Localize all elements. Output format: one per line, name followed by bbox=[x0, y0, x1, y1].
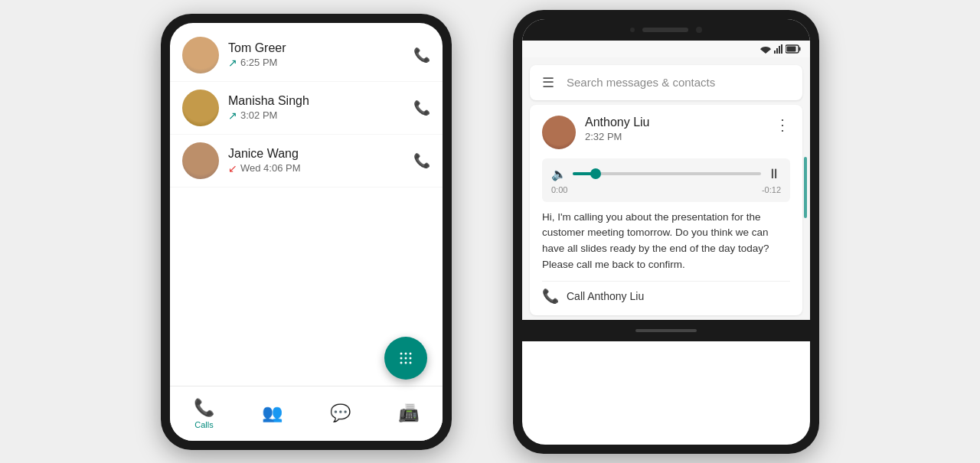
call-item-manisha[interactable]: Manisha Singh ↗ 3:02 PM 📞 bbox=[170, 82, 443, 135]
nav-calls[interactable]: 📞 Calls bbox=[170, 398, 238, 429]
contacts-icon: 👥 bbox=[262, 403, 283, 423]
main-scene: Tom Greer ↗ 6:25 PM 📞 Manisha Singh bbox=[0, 0, 980, 463]
svg-point-7 bbox=[405, 361, 407, 364]
svg-rect-10 bbox=[776, 48, 778, 54]
transcript-text: Hi, I'm calling you about the presentati… bbox=[542, 210, 790, 274]
message-card: Anthony Liu 2:32 PM ⋮ 🔈 bbox=[530, 105, 802, 316]
call-info-tom: Tom Greer ↗ 6:25 PM bbox=[228, 41, 404, 69]
call-action-label: Call Anthony Liu bbox=[567, 290, 644, 302]
avatar-tom bbox=[182, 37, 219, 73]
call-name-tom: Tom Greer bbox=[228, 41, 404, 55]
phone-1-screen: Tom Greer ↗ 6:25 PM 📞 Manisha Singh bbox=[170, 23, 443, 441]
speaker-grille bbox=[642, 28, 688, 32]
search-placeholder: Search messages & contacts bbox=[567, 76, 790, 89]
audio-progress-track[interactable] bbox=[573, 172, 761, 175]
svg-rect-11 bbox=[779, 46, 780, 54]
call-info-janice: Janice Wang ↙ Wed 4:06 PM bbox=[228, 147, 404, 174]
phone-2-screen: ☰ Search messages & contacts Anthony Liu… bbox=[522, 19, 810, 445]
phone-1: Tom Greer ↗ 6:25 PM 📞 Manisha Singh bbox=[161, 14, 452, 450]
more-options-icon[interactable]: ⋮ bbox=[775, 116, 790, 134]
avatar-anthony bbox=[542, 116, 576, 149]
audio-controls: 🔈 ⏸ bbox=[551, 166, 781, 182]
dialpad-fab[interactable] bbox=[384, 337, 427, 380]
bottom-nav: 📞 Calls 👥 💬 📠 bbox=[170, 386, 443, 441]
call-list: Tom Greer ↗ 6:25 PM 📞 Manisha Singh bbox=[170, 23, 443, 386]
msg-name-time: Anthony Liu 2:32 PM bbox=[585, 116, 775, 142]
missed-arrow-janice: ↙ bbox=[228, 162, 237, 174]
audio-player: 🔈 ⏸ 0:00 -0:12 bbox=[542, 158, 790, 202]
call-info-manisha: Manisha Singh ↗ 3:02 PM bbox=[228, 94, 404, 122]
phone-top-bar bbox=[522, 19, 810, 41]
svg-rect-12 bbox=[781, 44, 782, 54]
svg-point-3 bbox=[400, 357, 403, 359]
outgoing-arrow-tom: ↗ bbox=[228, 57, 237, 69]
signal-icon bbox=[774, 44, 783, 54]
svg-rect-14 bbox=[799, 47, 801, 51]
call-detail-janice: ↙ Wed 4:06 PM bbox=[228, 162, 404, 174]
scroll-indicator[interactable] bbox=[804, 157, 807, 218]
outgoing-arrow-manisha: ↗ bbox=[228, 109, 237, 122]
svg-point-2 bbox=[410, 352, 412, 354]
home-indicator[interactable] bbox=[635, 329, 697, 332]
call-detail-manisha: ↗ 3:02 PM bbox=[228, 109, 404, 122]
camera-main bbox=[696, 27, 702, 33]
status-icons bbox=[760, 44, 801, 54]
nav-messages[interactable]: 💬 bbox=[306, 403, 374, 423]
svg-point-5 bbox=[410, 357, 412, 359]
call-action-phone-icon: 📞 bbox=[542, 288, 559, 305]
avatar-manisha bbox=[182, 90, 219, 126]
call-time-janice: Wed 4:06 PM bbox=[240, 162, 301, 174]
call-name-manisha: Manisha Singh bbox=[228, 94, 404, 108]
phone-2-bottom-bar bbox=[522, 320, 810, 341]
svg-point-4 bbox=[405, 357, 407, 359]
call-phone-tom[interactable]: 📞 bbox=[413, 47, 430, 64]
svg-point-8 bbox=[410, 361, 412, 364]
audio-current-time: 0:00 bbox=[551, 185, 567, 194]
call-time-tom: 6:25 PM bbox=[240, 57, 277, 68]
wifi-icon bbox=[760, 44, 772, 54]
call-time-manisha: 3:02 PM bbox=[240, 109, 277, 121]
call-name-janice: Janice Wang bbox=[228, 147, 404, 161]
svg-point-0 bbox=[400, 352, 403, 354]
avatar-janice bbox=[182, 142, 219, 179]
audio-speaker-icon[interactable]: 🔈 bbox=[551, 167, 567, 181]
calls-label: Calls bbox=[194, 420, 213, 429]
sender-time: 2:32 PM bbox=[585, 131, 775, 142]
hamburger-icon[interactable]: ☰ bbox=[542, 74, 554, 91]
call-phone-janice[interactable]: 📞 bbox=[413, 152, 430, 169]
svg-rect-15 bbox=[787, 46, 796, 51]
call-phone-manisha[interactable]: 📞 bbox=[413, 99, 430, 116]
audio-total-time: -0:12 bbox=[762, 185, 781, 194]
call-item-tom[interactable]: Tom Greer ↗ 6:25 PM 📞 bbox=[170, 29, 443, 82]
nav-contacts[interactable]: 👥 bbox=[238, 403, 306, 423]
message-header: Anthony Liu 2:32 PM ⋮ bbox=[542, 116, 790, 149]
messages-icon: 💬 bbox=[330, 403, 351, 423]
phone-2: ☰ Search messages & contacts Anthony Liu… bbox=[513, 10, 819, 454]
calls-icon: 📞 bbox=[194, 398, 214, 418]
status-bar bbox=[522, 41, 810, 57]
camera-small bbox=[630, 28, 635, 32]
search-bar[interactable]: ☰ Search messages & contacts bbox=[530, 65, 802, 100]
audio-pause-button[interactable]: ⏸ bbox=[767, 166, 781, 182]
svg-point-1 bbox=[405, 352, 407, 354]
audio-times: 0:00 -0:12 bbox=[551, 185, 781, 194]
battery-icon bbox=[786, 44, 801, 54]
svg-rect-9 bbox=[774, 51, 776, 54]
call-action[interactable]: 📞 Call Anthony Liu bbox=[542, 281, 790, 305]
svg-point-6 bbox=[400, 361, 403, 364]
phone1-content: Tom Greer ↗ 6:25 PM 📞 Manisha Singh bbox=[170, 23, 443, 441]
call-item-janice[interactable]: Janice Wang ↙ Wed 4:06 PM 📞 bbox=[170, 135, 443, 187]
phone2-main-content: ☰ Search messages & contacts Anthony Liu… bbox=[522, 57, 810, 321]
nav-voicemail[interactable]: 📠 bbox=[374, 403, 443, 423]
audio-thumb[interactable] bbox=[590, 168, 601, 179]
sender-name: Anthony Liu bbox=[585, 116, 775, 129]
voicemail-icon: 📠 bbox=[398, 403, 419, 423]
call-detail-tom: ↗ 6:25 PM bbox=[228, 57, 404, 69]
dialpad-icon bbox=[397, 349, 415, 367]
